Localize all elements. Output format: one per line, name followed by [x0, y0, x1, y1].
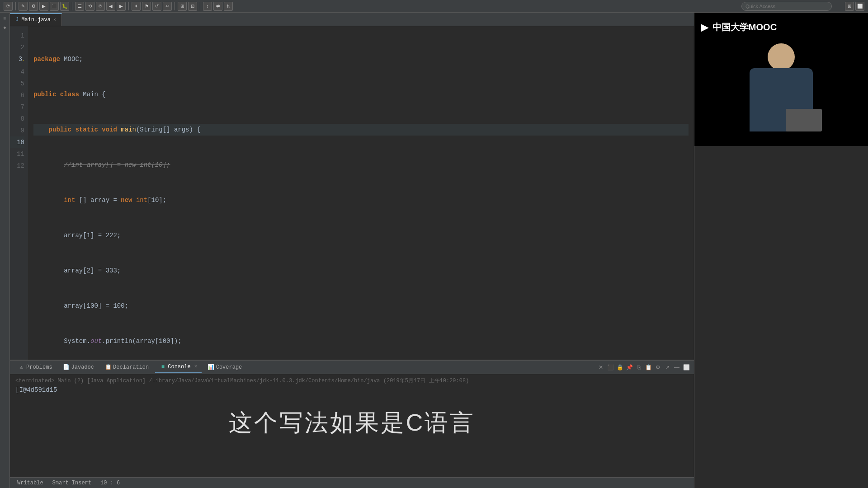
console-icon: ■	[160, 364, 166, 370]
tab-close-btn[interactable]: ×	[53, 18, 56, 23]
toolbar-btn-8[interactable]: ⟲	[85, 2, 94, 11]
line-num-11: 11	[10, 148, 24, 160]
comment-line: //int array[] = new int[10];	[64, 161, 170, 169]
toolbar-btn-11[interactable]: ▶	[117, 2, 126, 11]
toolbar-icons: ⟳ ✎ ⚙ ▶ ⬛ 🐛 ☰ ⟲ ⟳ ◀ ▶ ✦ ⚑ ↺ ↩ ⊞ ⊡ ↕ ⇄ ⇅	[4, 2, 841, 11]
mooc-logo-text: 中国大学MOOC	[712, 21, 777, 33]
kw-new-5: new	[121, 197, 132, 204]
code-editor: 1 2 3- 4 5 6 7 8 9 10 11 12 package MOOC…	[10, 26, 694, 360]
video-area: ▶ 中国大学MOOC	[694, 13, 868, 146]
kw-package: package	[33, 56, 60, 63]
toolbar-btn-14[interactable]: ↺	[152, 2, 161, 11]
tab-file-icon: J	[15, 17, 19, 23]
presenter-laptop	[786, 109, 822, 131]
console-settings-btn[interactable]: ⚙	[654, 363, 662, 371]
toolbar-btn-16[interactable]: ⊞	[178, 2, 187, 11]
kw-class: class	[60, 91, 79, 98]
code-line-4: //int array[] = new int[10];	[33, 159, 689, 171]
toolbar-btn-3[interactable]: ⚙	[29, 2, 38, 11]
toolbar-btn-19[interactable]: ⇄	[213, 2, 222, 11]
code-line-2: public class Main {	[33, 89, 689, 100]
toolbar-btn-18[interactable]: ↕	[203, 2, 212, 11]
toolbar-btn-5[interactable]: ⬛	[50, 2, 59, 11]
tab-javadoc[interactable]: 📄 Javadoc	[59, 361, 99, 373]
tab-label: Main.java	[21, 17, 51, 23]
console-output: [I@4d591d15	[15, 386, 689, 394]
line-num-3: 3-	[10, 53, 24, 66]
console-copy-btn[interactable]: ⎘	[635, 363, 643, 371]
toolbar-btn-6[interactable]: 🐛	[60, 2, 69, 11]
console-content: <terminated> Main (2) [Java Application]…	[10, 374, 694, 477]
presenter-area	[694, 35, 868, 146]
toolbar-btn-10[interactable]: ◀	[106, 2, 115, 11]
code-line-5: int [] array = new int[10];	[33, 194, 689, 206]
right-panel: ▶ 中国大学MOOC	[694, 13, 868, 488]
code-content[interactable]: package MOOC; public class Main { public…	[28, 26, 694, 360]
javadoc-icon: 📄	[63, 364, 70, 371]
console-minimize-btn[interactable]: —	[673, 363, 681, 371]
problems-icon: ⚠	[18, 364, 24, 371]
kw-public-3: public	[49, 126, 71, 133]
sidebar-icon-2[interactable]: ◆	[1, 23, 9, 32]
console-scroll-lock-btn[interactable]: 🔒	[616, 363, 624, 371]
toolbar-sep-1	[15, 2, 16, 10]
tab-console[interactable]: ■ Console ×	[155, 361, 201, 373]
toolbar: ⟳ ✎ ⚙ ▶ ⬛ 🐛 ☰ ⟲ ⟳ ◀ ▶ ✦ ⚑ ↺ ↩ ⊞ ⊡ ↕ ⇄ ⇅ …	[0, 0, 868, 13]
toolbar-btn-2[interactable]: ✎	[19, 2, 28, 11]
console-pin-btn[interactable]: 📌	[625, 363, 633, 371]
toolbar-btn-7[interactable]: ☰	[75, 2, 84, 11]
code-line-9: System.out.println(array[100]);	[33, 335, 689, 347]
line-numbers: 1 2 3- 4 5 6 7 8 9 10 11 12	[10, 26, 28, 360]
sidebar-icon-1[interactable]: ≡	[1, 14, 9, 23]
field-out: out	[90, 338, 102, 345]
line-num-5: 5	[10, 78, 24, 89]
console-close-btn[interactable]: ×	[194, 364, 197, 369]
quick-access-area	[741, 0, 832, 13]
presenter-head	[768, 43, 795, 70]
console-paste-btn[interactable]: 📋	[644, 363, 652, 371]
left-sidebar: ≡ ◆	[0, 13, 10, 488]
main-layout: ≡ ◆ J Main.java × 1 2 3- 4 5 6 7 8 9	[0, 13, 868, 488]
tab-console-label: Console	[168, 364, 190, 370]
tab-main-java[interactable]: J Main.java ×	[10, 13, 62, 26]
tab-coverage-label: Coverage	[216, 364, 242, 371]
console-open-btn[interactable]: ↗	[663, 363, 671, 371]
toolbar-btn-13[interactable]: ⚑	[142, 2, 151, 11]
tab-coverage[interactable]: 📊 Coverage	[203, 361, 247, 373]
line-num-10: 10	[10, 136, 24, 148]
tab-problems[interactable]: ⚠ Problems	[14, 361, 57, 373]
console-stop-btn[interactable]: ⬛	[606, 363, 614, 371]
toolbar-btn-15[interactable]: ↩	[163, 2, 172, 11]
line-num-6: 6	[10, 89, 24, 101]
code-line-1: package MOOC;	[33, 53, 689, 65]
presenter-body	[750, 68, 813, 131]
tab-declaration[interactable]: 📋 Declaration	[100, 361, 153, 373]
toolbar-btn-17[interactable]: ⊡	[188, 2, 197, 11]
toolbar-btn-9[interactable]: ⟳	[96, 2, 105, 11]
type-int-new-5: int	[136, 197, 147, 204]
tab-problems-label: Problems	[26, 364, 52, 371]
method-main: main	[121, 126, 136, 133]
toolbar-sep-2	[72, 2, 72, 10]
console-clear-btn[interactable]: ✕	[597, 363, 605, 371]
console-terminated-text: <terminated> Main (2) [Java Application]…	[15, 377, 689, 385]
line-num-7: 7	[10, 101, 24, 113]
toolbar-btn-1[interactable]: ⟳	[4, 2, 13, 11]
coverage-icon: 📊	[208, 364, 214, 371]
toolbar-layout-btn[interactable]: ⊞	[845, 2, 854, 11]
code-line-7: array[2] = 333;	[33, 265, 689, 277]
toolbar-window-btn[interactable]: ⬜	[855, 2, 864, 11]
line-num-4: 4	[10, 66, 24, 78]
line-num-2: 2	[10, 42, 24, 53]
quick-access-input[interactable]	[741, 2, 832, 11]
console-maximize-btn[interactable]: ⬜	[682, 363, 690, 371]
toolbar-btn-4[interactable]: ▶	[39, 2, 48, 11]
presenter-figure	[727, 43, 835, 138]
editor-container: J Main.java × 1 2 3- 4 5 6 7 8 9 10 11 1…	[10, 13, 694, 488]
toolbar-btn-20[interactable]: ⇅	[224, 2, 233, 11]
toolbar-right-icons: ⊞ ⬜	[845, 2, 864, 11]
toolbar-btn-12[interactable]: ✦	[132, 2, 141, 11]
console-actions: ✕ ⬛ 🔒 📌 ⎘ 📋 ⚙ ↗ — ⬜	[597, 363, 690, 371]
kw-void: void	[102, 126, 117, 133]
subtitle-text: 这个写法如果是C语言	[15, 394, 689, 439]
